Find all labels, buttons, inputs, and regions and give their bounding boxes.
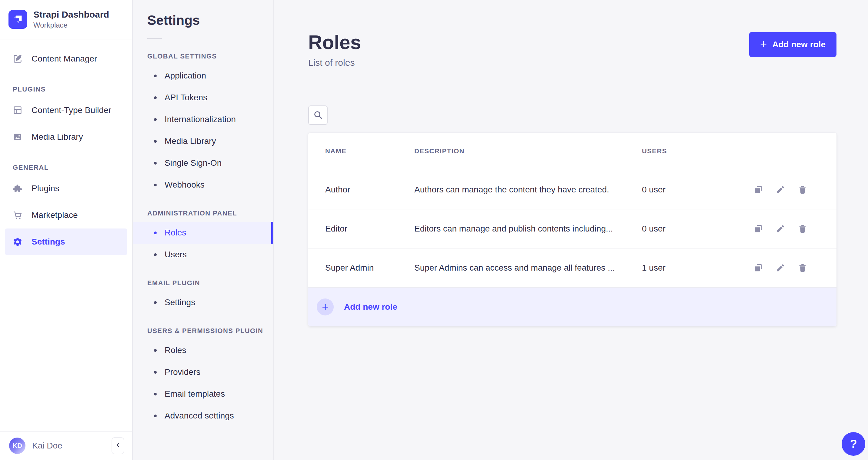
bullet-icon [154,184,157,186]
help-button[interactable]: ? [842,432,865,456]
strapi-logo-icon [8,10,27,29]
bullet-icon [154,162,157,164]
subnav-item-roles-active[interactable]: Roles [133,222,273,244]
subnav-item-email-settings[interactable]: Settings [133,292,273,313]
sidebar-item-label: Marketplace [32,210,78,220]
subnav-section-administration-panel: ADMINISTRATION PANEL Roles Users [133,210,273,266]
table-row-author[interactable]: Author Authors can manage the content th… [308,170,836,209]
roles-table-card: NAME DESCRIPTION USERS Author Authors ca… [308,133,836,326]
chevron-left-icon [115,442,121,450]
sidebar-item-label: Content-Type Builder [32,105,111,115]
table-row-editor[interactable]: Editor Editors can manage and publish co… [308,209,836,248]
sidebar-item-settings[interactable]: Settings [5,228,127,255]
sidebar-item-label: Content Manager [32,54,97,64]
question-mark-icon: ? [850,437,857,451]
column-header-users: USERS [642,147,753,155]
sidebar-nav: Content Manager PLUGINS Content-Type Bui… [0,39,132,431]
footer-add-role-label: Add new role [344,302,397,312]
column-header-name: NAME [325,147,414,155]
subnav-item-webhooks[interactable]: Webhooks [133,174,273,196]
subnav-item-up-roles[interactable]: Roles [133,339,273,361]
sidebar-item-content-type-builder[interactable]: Content-Type Builder [5,97,127,124]
settings-subnav: Settings GLOBAL SETTINGS Application API… [133,0,274,460]
edit-pencil-icon[interactable] [776,185,785,194]
page-subtitle: List of roles [308,57,361,68]
media-library-icon [13,132,23,142]
page-header: Roles List of roles + Add new role [308,32,836,68]
search-button[interactable] [308,105,328,125]
subnav-item-single-sign-on[interactable]: Single Sign-On [133,152,273,174]
sidebar-item-marketplace[interactable]: Marketplace [5,202,127,228]
feather-pen-icon [13,54,23,64]
subnav-item-providers[interactable]: Providers [133,361,273,383]
role-name: Author [325,185,414,194]
main-sidebar: Strapi Dashboard Workplace Content Manag… [0,0,133,460]
bullet-icon [154,415,157,417]
delete-trash-icon[interactable] [798,185,807,194]
gear-icon [13,237,23,247]
duplicate-icon[interactable] [753,263,763,273]
subnav-section-label: GLOBAL SETTINGS [147,53,266,60]
subnav-title: Settings [147,13,273,28]
add-new-role-button[interactable]: + Add new role [749,32,836,57]
bullet-icon [154,253,157,256]
subnav-section-label: USERS & PERMISSIONS PLUGIN [147,327,266,335]
sidebar-item-label: Settings [32,237,65,247]
subnav-divider [147,38,162,39]
role-name: Super Admin [325,263,414,273]
collapse-sidebar-button[interactable] [112,437,124,454]
subnav-section-email-plugin: EMAIL PLUGIN Settings [133,279,273,313]
subnav-section-label: ADMINISTRATION PANEL [147,210,266,217]
delete-trash-icon[interactable] [798,224,807,234]
subnav-item-email-templates[interactable]: Email templates [133,383,273,405]
sidebar-item-plugins[interactable]: Plugins [5,175,127,202]
subnav-item-advanced-settings[interactable]: Advanced settings [133,405,273,427]
role-name: Editor [325,224,414,234]
row-actions [753,263,807,273]
table-header-row: NAME DESCRIPTION USERS [308,133,836,170]
workspace-titles: Strapi Dashboard Workplace [33,9,109,30]
row-actions [753,185,807,194]
bullet-icon [154,349,157,352]
subnav-section-global-settings: GLOBAL SETTINGS Application API Tokens I… [133,53,273,196]
main-content: Roles List of roles + Add new role NAME … [274,0,868,460]
bullet-icon [154,371,157,374]
column-header-description: DESCRIPTION [414,147,642,155]
duplicate-icon[interactable] [753,185,763,194]
sidebar-item-label: Plugins [32,184,59,193]
add-new-role-button-label: Add new role [772,40,826,50]
user-name: Kai Doe [32,441,62,451]
edit-pencil-icon[interactable] [776,263,785,273]
subnav-item-media-library[interactable]: Media Library [133,130,273,152]
bullet-icon [154,96,157,99]
role-users-count: 1 user [642,263,753,273]
search-icon [313,110,323,121]
subnav-item-users[interactable]: Users [133,244,273,266]
plus-icon: + [760,38,767,50]
subnav-item-application[interactable]: Application [133,65,273,87]
edit-pencil-icon[interactable] [776,224,785,234]
plus-circle-icon: + [317,299,334,315]
table-row-super-admin[interactable]: Super Admin Super Admins can access and … [308,248,836,287]
user-menu[interactable]: KD Kai Doe [0,431,132,460]
table-footer-add-role[interactable]: + Add new role [308,287,836,326]
role-description: Super Admins can access and manage all f… [414,263,642,273]
workspace-header[interactable]: Strapi Dashboard Workplace [0,0,132,39]
sidebar-item-label: Media Library [32,132,83,142]
workspace-name: Workplace [33,21,109,30]
delete-trash-icon[interactable] [798,263,807,273]
subnav-section-label: EMAIL PLUGIN [147,279,266,287]
bullet-icon [154,118,157,121]
role-description: Editors can manage and publish contents … [414,224,642,234]
role-users-count: 0 user [642,185,753,194]
subnav-section-users-permissions: USERS & PERMISSIONS PLUGIN Roles Provide… [133,327,273,427]
subnav-item-internationalization[interactable]: Internationalization [133,109,273,130]
sidebar-item-content-manager[interactable]: Content Manager [5,45,127,72]
content-type-builder-icon [13,105,23,115]
row-actions [753,224,807,234]
sidebar-section-plugins: PLUGINS [13,86,119,93]
subnav-item-api-tokens[interactable]: API Tokens [133,87,273,109]
sidebar-item-media-library[interactable]: Media Library [5,124,127,150]
avatar: KD [9,437,26,454]
duplicate-icon[interactable] [753,224,763,234]
